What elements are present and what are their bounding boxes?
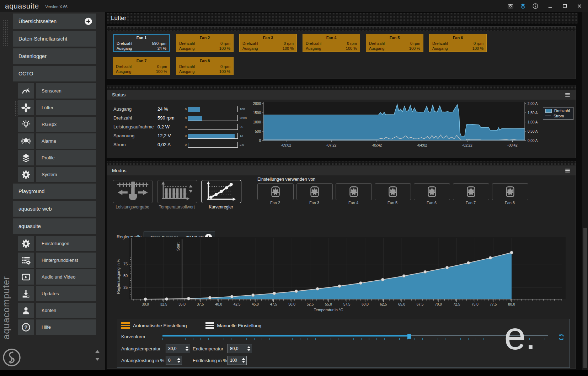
sidebar-item-profile[interactable]: Profile [18,150,96,165]
apply-fan-button-fan-3[interactable] [296,183,333,200]
gear-icon [18,236,34,251]
apply-fan-button-fan-7[interactable] [453,183,489,200]
apply-fan-button-fan-4[interactable] [336,183,372,200]
apply-fan-button-fan-8[interactable] [492,183,528,200]
mode-button-kurvenregler[interactable] [201,180,241,203]
sidebar-item-hilfe[interactable]: ?Hilfe [18,319,96,335]
apply-settings-label: Einstellungen verwenden von [257,177,315,182]
svg-text:35,0: 35,0 [178,302,186,306]
status-menu-button[interactable] [565,92,571,97]
sidebar-item-alarme[interactable]: Alarme [18,133,96,149]
metric-bar-fill [188,134,235,138]
sidebar-item-konten[interactable]: Konten [18,303,96,318]
sidebar-item-einstellungen[interactable]: Einstellungen [18,236,96,251]
spinner-down-icon[interactable] [247,349,251,351]
sidebar-item-playground[interactable]: Playground [13,184,96,199]
curve-controls-box: Automatische EinstellungManuelle Einstel… [117,319,570,368]
apply-fan-button-fan-2[interactable] [257,183,294,200]
spinner-up-icon[interactable] [247,346,251,348]
sidebar-item-daten-schnellansicht[interactable]: Daten-Schnellansicht [13,31,96,47]
sidebar-item-l-fter[interactable]: Lüfter [18,100,96,115]
sidebar-item-updates[interactable]: Updates [18,286,96,301]
fan-card-fan-3[interactable]: Fan 3Drehzahl0 rpmAusgang100 % [239,34,297,52]
svg-text:?: ? [25,324,28,330]
apply-fan-button-fan-5[interactable] [375,183,411,200]
scroll-up-icon[interactable] [95,350,100,353]
fan-card-fan-4[interactable]: Fan 4Drehzahl0 rpmAusgang100 % [303,34,360,52]
info-icon[interactable] [532,3,539,9]
status-history-chart: 05001000150020000,00 A0,50 A1,00 A1,50 A… [249,101,544,153]
overlay-layers-icon[interactable] [520,3,526,9]
metric-bar [188,124,238,130]
fan-card-fan-2[interactable]: Fan 2Drehzahl0 rpmAusgang100 % [176,34,234,52]
slider-track-empty [409,335,548,336]
sidebar-item-audio-und-video[interactable]: Audio und Video [18,269,96,285]
fan-card-title: Fan 6 [432,36,483,40]
fan-card-speed-row: Drehzahl0 rpm [369,41,420,46]
output-label: Ausgang [116,69,131,74]
tab-manuelle-einstellung[interactable]: Manuelle Einstellung [205,322,262,329]
sidebar-item-aquasuite-web[interactable]: aquasuite web [13,201,96,217]
fan-card-fan-5[interactable]: Fan 5Drehzahl0 rpmAusgang100 % [366,34,423,52]
layers-icon [18,150,34,165]
apply-fan-button-fan-6[interactable] [414,183,450,200]
sidebar-item-sensoren[interactable]: Sensoren [18,83,96,99]
mode-button-leistungsvorgabe[interactable] [113,180,153,203]
modus-menu-button[interactable] [565,168,571,173]
maximize-button[interactable] [562,3,568,9]
curve-editor-chart[interactable]: 25507530,032,535,037,540,042,545,047,550… [115,237,570,313]
spinner-up-icon[interactable] [185,346,189,348]
spinner-value: 80,0 [228,346,246,351]
media-icon [18,269,34,285]
fan-card-title: Fan 1 [117,36,166,40]
sidebar-item-aquasuite[interactable]: aquasuite [13,218,96,234]
sidebar-item-octo[interactable]: OCTO [13,66,96,81]
fan-card-fan-7[interactable]: Fan 7Drehzahl0 rpmAusgang100 % [113,57,170,75]
mode-button-temperatursollwert[interactable] [157,180,197,203]
sidebar-item-system[interactable]: System [18,167,96,182]
minimize-button[interactable] [547,3,553,9]
sidebar-item-label: Sensoren [36,83,96,99]
slider-track-filled [162,335,409,337]
add-overview-page-icon[interactable] [84,17,92,26]
slider-handle[interactable] [407,334,411,339]
spinner-endleistung-in[interactable]: 100 [228,356,247,365]
metric-spannung: Spannung12,2 V013 [113,131,250,140]
output-label: Ausgang [117,46,132,51]
sidebar-item-label: Updates [36,286,96,301]
svg-text:Start: Start [176,243,180,251]
fan-card-fan-1[interactable]: Fan 1Drehzahl590 rpmAusgang24 % [113,34,170,52]
tab-automatische-einstellung[interactable]: Automatische Einstellung [121,322,187,329]
scroll-down-icon[interactable] [95,358,100,361]
svg-text:-04:02: -04:02 [417,143,427,147]
spinner-down-icon[interactable] [185,349,189,351]
close-button[interactable] [577,3,582,9]
metric-bar [188,142,238,148]
fan-card-fan-8[interactable]: Fan 8Drehzahl0 rpmAusgang100 % [176,57,234,75]
legend-label: Strom [554,114,564,118]
spinner-anfangstemperatur[interactable]: 30,0 [166,344,190,353]
mode-label: Temperatursollwert [157,205,197,210]
sidebar-item-hintergrunddienst[interactable]: Hintergrunddienst [18,253,96,268]
screenshot-icon[interactable] [507,3,514,9]
apply-fan-label: Fan 6 [414,201,449,205]
sidebar-item-rgbpx[interactable]: RGBpx [18,117,96,132]
sidebar-item-bersichtsseiten[interactable]: Übersichtsseiten [13,14,96,29]
spinner-down-icon[interactable] [242,361,245,363]
spinner-anfangsleistung-in[interactable]: 0 [166,356,182,365]
spinner-endtemperatur[interactable]: 80,0 [228,344,252,353]
fan-card-title: Fan 3 [242,36,294,40]
main-scrollbar[interactable] [582,12,588,370]
fan-card-fan-6[interactable]: Fan 6Drehzahl0 rpmAusgang100 % [429,34,487,52]
curve-shape-slider[interactable] [162,333,548,340]
spinner-up-icon[interactable] [177,358,181,360]
svg-text:62,5: 62,5 [380,302,387,306]
spinner-up-icon[interactable] [242,358,245,360]
speed-label: Drehzahl [306,41,321,46]
sidebar-item-datenlogger[interactable]: Datenlogger [13,48,96,64]
output-label: Ausgang [242,46,258,51]
apply-fan-label: Fan 7 [453,201,488,205]
refresh-icon[interactable] [557,333,565,341]
scrollbar-thumb[interactable] [583,228,587,368]
spinner-down-icon[interactable] [177,361,181,363]
